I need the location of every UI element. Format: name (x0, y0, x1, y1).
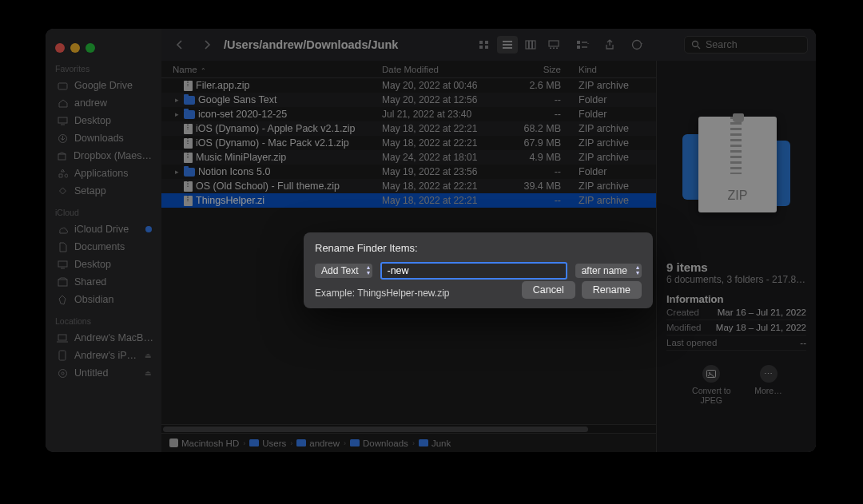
file-row[interactable]: ▸Notion Icons 5.0May 19, 2022 at 23:56--… (161, 165, 656, 179)
rename-dialog: Rename Finder Items: Add Text ▴▾ after n… (304, 232, 653, 308)
sidebar-item-label: Andrew's MacB… (74, 332, 153, 343)
file-row[interactable]: Music MiniPlayer.zipMay 24, 2022 at 18:0… (161, 150, 656, 165)
file-name: Filer.app.zip (196, 80, 249, 91)
minimize-window-button[interactable] (70, 43, 80, 53)
sort-ascending-icon: ⌃ (201, 67, 206, 74)
eject-icon[interactable]: ⏏ (145, 351, 152, 359)
folder-icon (184, 96, 195, 105)
column-name[interactable]: Name⌃ (173, 65, 382, 74)
toolbar: /Users/andrew/Downloads/Junk ˇ ˇ Search (161, 29, 816, 61)
zoom-window-button[interactable] (86, 43, 95, 53)
cloud-icon (57, 224, 68, 235)
sidebar-item[interactable]: Andrew's iP…⏏ (54, 347, 155, 364)
file-kind: ZIP archive (572, 152, 656, 163)
list-view-button[interactable] (497, 36, 518, 54)
svg-rect-28 (577, 46, 580, 49)
forward-button[interactable] (197, 36, 217, 54)
rename-button[interactable]: Rename (582, 281, 642, 299)
preview-info-row: CreatedMar 16 – Jul 21, 2022 (666, 305, 806, 320)
sidebar-item-label: Documents (74, 241, 125, 252)
column-date[interactable]: Date Modified (382, 65, 507, 74)
sidebar-item-label: Downloads (74, 133, 124, 144)
file-row[interactable]: ▸Google Sans TextMay 20, 2022 at 12:56--… (161, 93, 656, 107)
convert-jpeg-action[interactable]: Convert to JPEG (690, 365, 732, 405)
sidebar-item[interactable]: Applications (54, 165, 155, 182)
folder-icon (184, 110, 195, 119)
column-view-button[interactable] (520, 36, 541, 54)
sidebar-item[interactable]: Desktop (54, 112, 155, 129)
file-row[interactable]: iOS (Dynamo) - Mac Pack v2.1.zipMay 18, … (161, 136, 656, 150)
sidebar-item-label: Desktop (74, 115, 111, 126)
breadcrumb-item[interactable]: andrew (296, 439, 340, 448)
file-row[interactable]: Filer.app.zipMay 20, 2022 at 00:462.6 MB… (161, 78, 656, 93)
rename-text-input[interactable] (380, 262, 567, 280)
tag-button[interactable]: ˇ (626, 36, 647, 54)
breadcrumb-item[interactable]: Downloads (350, 439, 408, 448)
svg-rect-16 (485, 46, 488, 49)
disclosure-triangle-icon[interactable]: ▸ (173, 110, 181, 118)
svg-rect-14 (485, 41, 488, 44)
svg-line-33 (698, 46, 700, 49)
column-headers: Name⌃ Date Modified Size Kind (161, 61, 656, 78)
file-row[interactable]: ▸icon-set 2020-12-25Jul 21, 2022 at 23:4… (161, 107, 656, 121)
disclosure-triangle-icon[interactable]: ▸ (173, 96, 181, 104)
disclosure-triangle-icon[interactable]: ▸ (173, 168, 181, 176)
folder-icon (350, 439, 360, 446)
sidebar-item-label: Dropbox (Maes… (74, 150, 152, 161)
desktop-icon (57, 259, 68, 270)
file-date: May 18, 2022 at 22:21 (382, 123, 507, 134)
file-row[interactable]: ThingsHelper.ziMay 18, 2022 at 22:21--ZI… (161, 193, 656, 208)
folder-icon (249, 439, 259, 446)
icon-view-button[interactable] (474, 36, 495, 54)
eject-icon[interactable]: ⏏ (145, 369, 152, 377)
column-size[interactable]: Size (507, 65, 572, 74)
column-kind[interactable]: Kind (572, 65, 656, 74)
sidebar-item[interactable]: Dropbox (Maes… (54, 147, 155, 165)
close-window-button[interactable] (55, 43, 65, 53)
download-icon (57, 133, 68, 144)
file-size: -- (507, 166, 572, 177)
cancel-button[interactable]: Cancel (522, 281, 575, 299)
back-button[interactable] (169, 36, 190, 54)
share-button[interactable] (599, 36, 620, 54)
sidebar-section-label: Locations (55, 316, 153, 326)
rename-mode-dropdown[interactable]: Add Text ▴▾ (315, 264, 372, 278)
file-size: 67.9 MB (507, 137, 572, 149)
sidebar-item[interactable]: Setapp (54, 182, 155, 200)
scrollbar-thumb[interactable] (163, 427, 588, 432)
sidebar-item[interactable]: Google Drive (54, 77, 155, 94)
gallery-view-button[interactable] (543, 36, 564, 54)
sidebar-item[interactable]: Untitled⏏ (54, 364, 155, 382)
breadcrumb-label: Macintosh HD (181, 439, 239, 448)
position-dropdown[interactable]: after name ▴▾ (575, 264, 642, 278)
file-row[interactable]: iOS (Dynamo) - Apple Pack v2.1.zipMay 18… (161, 121, 656, 136)
file-size: 39.4 MB (507, 181, 572, 192)
file-row[interactable]: OS (Old School) - Full theme.zipMay 18, … (161, 179, 656, 193)
breadcrumb-item[interactable]: Users (249, 439, 286, 448)
file-size: 2.6 MB (507, 80, 572, 91)
group-by-button[interactable]: ˇ (572, 36, 593, 54)
more-actions[interactable]: ⋯ More… (754, 365, 781, 405)
svg-rect-25 (553, 48, 555, 50)
sidebar-item[interactable]: Obsidian (54, 291, 155, 308)
horizontal-scrollbar[interactable] (161, 424, 656, 433)
sidebar-item[interactable]: Andrew's MacB… (54, 329, 155, 347)
search-field[interactable]: Search (684, 36, 808, 54)
sidebar-item[interactable]: andrew (54, 94, 155, 112)
file-name: iOS (Dynamo) - Apple Pack v2.1.zip (196, 123, 355, 134)
file-size: 68.2 MB (507, 123, 572, 134)
doc-icon (57, 241, 68, 252)
sidebar-item[interactable]: Downloads (54, 129, 155, 147)
sidebar-item[interactable]: Desktop (54, 256, 155, 273)
sidebar-item[interactable]: Shared (54, 273, 155, 291)
path-title[interactable]: /Users/andrew/Downloads/Junk (224, 38, 398, 51)
breadcrumb-item[interactable]: Macintosh HD (169, 439, 239, 448)
sidebar-item[interactable]: Documents (54, 238, 155, 256)
breadcrumb-item[interactable]: Junk (419, 439, 451, 448)
setapp-icon (57, 185, 68, 196)
preview-summary: 6 documents, 3 folders - 217.8… (666, 274, 806, 285)
zip-file-icon (184, 181, 193, 192)
sidebar-item[interactable]: iCloud Drive (54, 220, 155, 238)
svg-rect-22 (532, 41, 535, 49)
svg-rect-10 (59, 351, 66, 360)
